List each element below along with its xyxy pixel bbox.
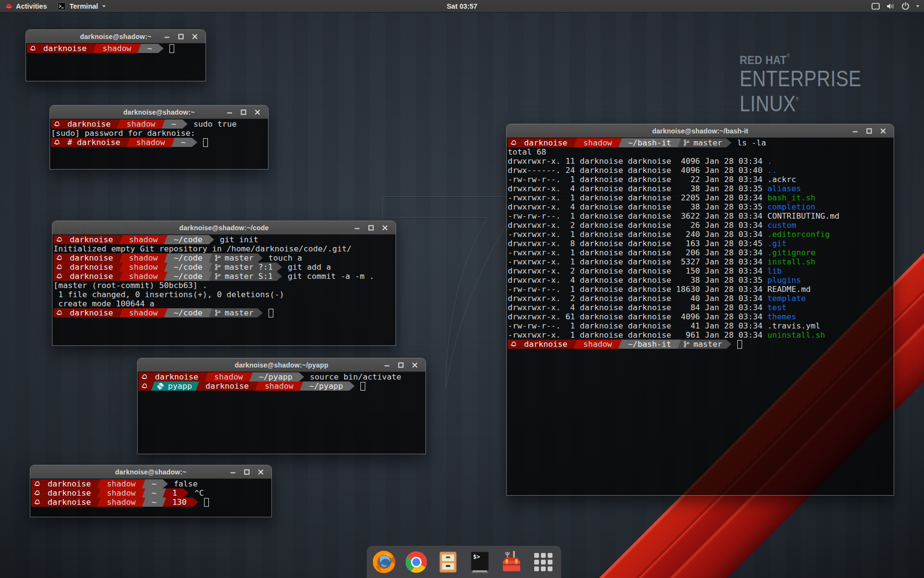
terminal-content[interactable]: darknoiseshadow~/codegit initInitialized… (52, 235, 396, 345)
close-icon (191, 33, 199, 40)
output-text: [sudo] password for darknoise: (51, 129, 268, 138)
dock-item-firefox[interactable] (372, 550, 397, 574)
command-text: git commit -a -m . (288, 272, 374, 281)
prompt-segment-user: darknoise (53, 308, 119, 317)
close-button[interactable] (378, 221, 392, 234)
terminal-window-t5[interactable]: darknoise@shadow:~ darknoiseshadow~false… (30, 465, 271, 517)
terminal-content[interactable]: darknoiseshadow~/bash-it masterls -latot… (507, 138, 894, 495)
window-titlebar[interactable]: darknoise@shadow:~/code (52, 221, 396, 235)
maximize-icon (177, 33, 185, 40)
prompt-segment-text: ~/pyapp (259, 372, 293, 381)
dock-item-terminal[interactable]: $> (468, 550, 492, 574)
terminal-window-t2[interactable]: darknoise@shadow:~ darknoiseshadow~sudo … (50, 105, 268, 169)
dock-item-app-grid[interactable] (531, 550, 555, 574)
prompt-segment-path: ~ (145, 488, 163, 498)
powerline-arrow (209, 235, 214, 244)
terminal-icon: $> (468, 551, 491, 574)
powerline-separator (164, 263, 167, 272)
terminal-window-t3[interactable]: darknoise@shadow:~/code darknoiseshadow~… (52, 221, 396, 345)
prompt-segment-text: master (693, 340, 722, 349)
prompt-segment-path: ~/pyapp (303, 381, 349, 391)
app-menu-terminal[interactable]: Terminal (52, 0, 111, 12)
maximize-button[interactable] (236, 105, 250, 118)
powerline-separator (151, 381, 154, 391)
brand-line-enterprise: ENTERPRISE (740, 68, 861, 89)
file-name: .travis.yml (767, 321, 820, 330)
terminal-cursor (203, 138, 208, 147)
prompt-segment-host: shadow (101, 479, 142, 488)
terminal-window-t4[interactable]: darknoise@shadow:~/pyapp darknoiseshadow… (138, 358, 425, 454)
dock-item-toolbox[interactable] (500, 550, 524, 574)
powerline-arrow (158, 44, 164, 53)
window-titlebar[interactable]: darknoise@shadow:~/bash-it (507, 124, 894, 138)
terminal-window-t6[interactable]: darknoise@shadow:~/bash-it darknoiseshad… (507, 124, 894, 495)
prompt-segment-text: shadow (107, 488, 136, 498)
powerline-separator (171, 138, 175, 147)
minimize-button[interactable] (380, 358, 394, 371)
terminal-content[interactable]: darknoiseshadow~false darknoiseshadow~1^… (30, 479, 271, 517)
close-icon (879, 127, 887, 135)
files-icon (436, 551, 460, 574)
powerline-separator (119, 235, 123, 244)
prompt-segment-host: shadow (123, 235, 164, 244)
file-meta: drwxrwxr-x. 2 darknoise darknoise 150 Ja… (508, 266, 767, 276)
minimize-button[interactable] (222, 105, 236, 118)
window-titlebar[interactable]: darknoise@shadow:~/pyapp (138, 358, 425, 372)
prompt-segment-text: ~/bash-it (628, 340, 671, 349)
file-meta: -rw-rw-r--. 1 darknoise darknoise 18630 … (508, 285, 767, 294)
minimize-button[interactable] (350, 221, 364, 234)
window-titlebar[interactable]: darknoise@shadow:~ (50, 105, 268, 119)
file-list-row: -rw-rw-r--. 1 darknoise darknoise 22 Jan… (508, 175, 894, 184)
close-button[interactable] (876, 124, 890, 137)
activities-button[interactable]: Activities (0, 0, 52, 12)
terminal-cursor (169, 44, 174, 53)
terminal-content[interactable]: darknoiseshadow~/pyappsource bin/activat… (138, 372, 425, 454)
registered-mark: ® (787, 53, 790, 58)
powerline-separator (142, 479, 145, 488)
prompt-segment-text: darknoise (155, 372, 198, 381)
maximize-button[interactable] (862, 124, 876, 137)
window-title: darknoise@shadow:~ (80, 33, 151, 40)
activities-label: Activities (16, 2, 47, 10)
prompt-segment-path: ~ (141, 44, 158, 53)
powerline-separator (209, 272, 212, 281)
clock-label[interactable]: Sat 03:57 (447, 2, 477, 10)
powerline-separator (142, 488, 145, 498)
minimize-button[interactable] (160, 30, 174, 43)
file-meta: drwxrwxr-x. 4 darknoise darknoise 38 Jan… (508, 276, 767, 285)
system-status-area[interactable] (871, 0, 920, 12)
terminal-content[interactable]: darknoiseshadow~ (26, 43, 205, 81)
prompt-segment-text: shadow (129, 253, 158, 263)
maximize-button[interactable] (240, 465, 254, 478)
minimize-button[interactable] (848, 124, 862, 137)
prompt-segment-text: shadow (107, 479, 136, 488)
maximize-button[interactable] (394, 358, 408, 371)
maximize-button[interactable] (364, 221, 378, 234)
close-button[interactable] (408, 358, 422, 371)
powerline-arrow (299, 372, 304, 381)
chrome-icon (405, 551, 428, 574)
maximize-button[interactable] (174, 30, 188, 43)
terminal-prompt-line: darknoiseshadow~ (27, 44, 205, 53)
git-branch-icon (215, 254, 221, 262)
file-meta: drwxrwxr-x. 11 darknoise darknoise 4096 … (508, 157, 767, 166)
terminal-window-t1[interactable]: darknoise@shadow:~ darknoiseshadow~ (26, 30, 205, 81)
dock-item-chrome[interactable] (404, 550, 428, 574)
minimize-button[interactable] (226, 465, 240, 478)
prompt-segment-text: darknoise (48, 488, 91, 498)
redhat-icon (141, 373, 148, 381)
terminal-prompt-line: darknoiseshadow~false (31, 479, 271, 488)
dock-item-files[interactable] (436, 550, 460, 574)
powerline-separator (209, 253, 212, 263)
close-button[interactable] (188, 30, 202, 43)
window-titlebar[interactable]: darknoise@shadow:~ (26, 30, 205, 43)
maximize-icon (240, 108, 247, 116)
prompt-segment-text: 130 (172, 498, 187, 507)
close-button[interactable] (250, 105, 264, 118)
close-button[interactable] (254, 465, 268, 478)
file-name: template (767, 294, 806, 303)
file-list-row: drwxrwxr-x. 11 darknoise darknoise 4096 … (508, 157, 894, 166)
window-titlebar[interactable]: darknoise@shadow:~ (30, 465, 271, 479)
terminal-content[interactable]: darknoiseshadow~sudo true[sudo] password… (50, 119, 268, 169)
prompt-segment-user: darknoise (508, 340, 574, 349)
